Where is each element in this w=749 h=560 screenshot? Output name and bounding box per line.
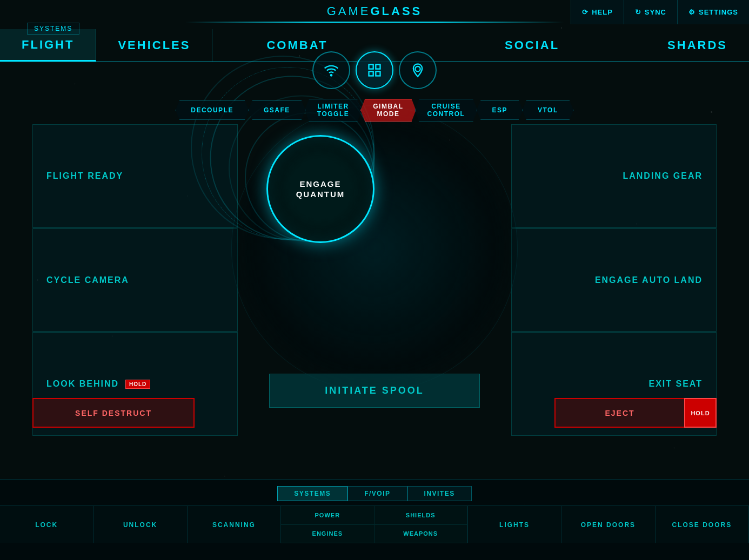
logo-container: GAMEGLASS [185, 0, 564, 23]
settings-icon: ⚙ [688, 8, 696, 16]
tab-flight[interactable]: FLIGHT [0, 29, 96, 62]
initiate-spool-button[interactable]: INITIATE SPOOL [269, 374, 480, 408]
tab-social[interactable]: SOCIAL [483, 29, 581, 62]
sync-button[interactable]: ↻ SYNC [624, 0, 677, 24]
logo: GAMEGLASS [295, 0, 455, 22]
top-bar: ⟳ HELP ↻ SYNC ⚙ SETTINGS [571, 0, 749, 24]
sub-tab-cruise[interactable]: CRUISECONTROL [415, 99, 478, 122]
sub-tab-esp[interactable]: ESP [476, 100, 523, 120]
sub-tab-gsafe[interactable]: GSAFE [248, 100, 306, 120]
svg-rect-4 [376, 71, 380, 76]
sub-tab-limiter[interactable]: LIMITERTOGGLE [305, 99, 362, 122]
lights-button[interactable]: LIGHTS [468, 506, 561, 543]
hold-badge: HOLD [125, 380, 150, 389]
cycle-camera-button[interactable]: CYCLE CAMERA [32, 228, 238, 332]
lock-button[interactable]: LOCK [0, 506, 93, 543]
sub-tab-gimbal[interactable]: GIMBALMODE [360, 99, 416, 122]
weapons-button[interactable]: WEAPONS [374, 525, 467, 544]
center-icons [312, 51, 437, 89]
eject-container: EJECT HOLD [554, 398, 717, 428]
quantum-drive-area: ENGAGE QUANTUM INITIATE SPOOL [229, 119, 520, 378]
bottom-row: LOCK UNLOCK SCANNING POWER SHIELDS ENGIN… [0, 505, 749, 543]
engage-auto-land-button[interactable]: ENGAGE AUTO LAND [511, 228, 717, 332]
engage-quantum-button[interactable]: ENGAGE QUANTUM [266, 135, 374, 243]
svg-point-0 [331, 75, 332, 76]
self-destruct-button[interactable]: SELF DESTRUCT [32, 398, 195, 428]
svg-point-5 [415, 66, 420, 71]
svg-rect-1 [369, 65, 373, 69]
shields-button[interactable]: SHIELDS [374, 506, 467, 525]
open-doors-button[interactable]: OPEN DOORS [561, 506, 655, 543]
bottom-sub-tabs: POWER SHIELDS ENGINES WEAPONS [281, 506, 468, 543]
eject-hold-badge: HOLD [684, 398, 717, 428]
sub-tab-row-2: ENGINES WEAPONS [281, 525, 467, 544]
bottom-tabs: SYSTEMS F/VOIP INVITES [0, 480, 749, 505]
help-icon: ⟳ [582, 8, 588, 16]
close-doors-button[interactable]: CLOSE DOORS [656, 506, 749, 543]
help-button[interactable]: ⟳ HELP [571, 0, 624, 24]
tab-vehicles[interactable]: VEHICLES [96, 29, 212, 62]
settings-button[interactable]: ⚙ SETTINGS [677, 0, 749, 24]
location-icon-btn[interactable] [399, 51, 437, 89]
sync-icon: ↻ [635, 8, 641, 16]
bottom-tab-systems[interactable]: SYSTEMS [277, 486, 347, 501]
scanning-button[interactable]: SCANNING [188, 506, 281, 543]
eject-button[interactable]: EJECT [554, 398, 684, 428]
bottom-nav: SYSTEMS F/VOIP INVITES LOCK UNLOCK SCANN… [0, 479, 749, 560]
grid-icon-btn[interactable] [356, 51, 393, 89]
tab-shards[interactable]: SHARDS [646, 29, 749, 62]
logo-line [185, 22, 564, 23]
sub-nav: DECOUPLE GSAFE LIMITERTOGGLE GIMBALMODE … [0, 99, 749, 122]
svg-rect-2 [376, 65, 380, 69]
power-button[interactable]: POWER [281, 506, 374, 525]
wifi-icon-btn[interactable] [312, 51, 350, 89]
landing-gear-button[interactable]: LANDING GEAR [511, 124, 717, 228]
bottom-tab-fvoip[interactable]: F/VOIP [347, 486, 407, 501]
engines-button[interactable]: ENGINES [281, 525, 374, 544]
engage-quantum-text: ENGAGE QUANTUM [296, 179, 345, 200]
sub-tab-row-1: POWER SHIELDS [281, 506, 467, 525]
unlock-button[interactable]: UNLOCK [93, 506, 187, 543]
sub-tab-decouple[interactable]: DECOUPLE [175, 100, 249, 120]
right-panel: LANDING GEAR ENGAGE AUTO LAND EXIT SEAT … [511, 124, 717, 436]
sub-tab-vtol[interactable]: VTOL [522, 100, 574, 120]
svg-rect-3 [369, 71, 373, 76]
bottom-tab-invites[interactable]: INVITES [407, 486, 472, 501]
